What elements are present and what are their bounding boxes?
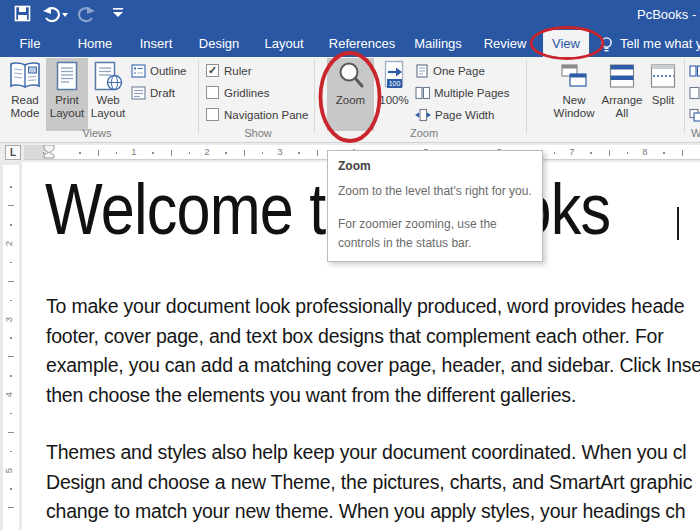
ruler-tick <box>590 152 592 154</box>
ruler-tick <box>298 152 300 154</box>
zoom-100-button[interactable]: 100 100% <box>374 58 414 131</box>
ruler-tick <box>244 150 245 156</box>
ruler-tick <box>10 224 12 226</box>
ruler-tick <box>98 150 99 156</box>
read-mode-button[interactable]: Read Mode <box>6 58 44 131</box>
ruler-tick <box>79 152 81 154</box>
reset-window-position-icon <box>689 108 700 122</box>
tab-review[interactable]: Review <box>475 30 536 57</box>
gridlines-checkbox[interactable]: Gridlines <box>206 85 269 100</box>
ruler-tick <box>682 150 683 156</box>
text-line: footer, cover page, and text box designs… <box>46 322 700 352</box>
ruler-tick <box>10 337 12 339</box>
view-side-by-side-button[interactable] <box>689 63 700 79</box>
ruler-tick <box>10 413 12 415</box>
ruler-checkbox[interactable]: ✓ Ruler <box>206 63 251 78</box>
ruler-tick <box>8 281 14 282</box>
ruler-tick <box>10 488 12 490</box>
ruler-number: 3 <box>277 146 282 157</box>
indent-markers[interactable] <box>43 145 55 160</box>
ruler-number: 7 <box>569 146 574 157</box>
draft-icon <box>131 86 146 100</box>
zoom-magnifier-icon <box>337 61 365 91</box>
web-layout-button[interactable]: Web Layout <box>88 58 128 131</box>
ruler-tick <box>554 152 556 154</box>
multiple-pages-button[interactable]: Multiple Pages <box>415 85 509 101</box>
tab-references[interactable]: References <box>320 30 404 57</box>
ruler-tick <box>609 150 610 156</box>
page-width-button[interactable]: Page Width <box>415 107 494 123</box>
checkbox-checked-icon: ✓ <box>206 64 219 77</box>
tab-design[interactable]: Design <box>190 30 248 57</box>
body-paragraph: Themes and styles also help keep your do… <box>46 438 692 527</box>
vertical-ruler[interactable]: 2345 <box>3 165 19 530</box>
multiple-pages-icon <box>415 86 430 100</box>
text-line: Themes and styles also help keep your do… <box>46 438 692 468</box>
tab-layout[interactable]: Layout <box>255 30 312 57</box>
tell-me-box[interactable]: Tell me what yo <box>620 36 700 51</box>
zoom-button[interactable]: Zoom <box>327 58 374 131</box>
window-title: PcBooks - W <box>637 7 700 22</box>
ruler-tick <box>8 432 14 433</box>
new-window-button[interactable]: New Window <box>551 58 597 131</box>
group-divider <box>198 60 199 133</box>
checkbox-unchecked-icon <box>206 86 219 99</box>
ruler-tick <box>10 186 12 188</box>
tab-file[interactable]: File <box>11 30 50 57</box>
ruler-tick <box>43 152 45 154</box>
reset-window-position-button[interactable] <box>689 107 700 123</box>
navigation-pane-checkbox[interactable]: Navigation Pane <box>206 107 308 122</box>
zoom-tooltip: Zoom Zoom to the level that's right for … <box>327 150 543 262</box>
group-divider <box>314 60 315 133</box>
title-bar: PcBooks - W <box>0 0 700 30</box>
window-group-label: W <box>691 127 700 139</box>
arrange-all-icon <box>609 63 635 89</box>
group-divider <box>526 60 527 133</box>
ruler-tick <box>10 451 12 453</box>
ruler-number: 2 <box>204 146 209 157</box>
text-cursor <box>677 207 679 240</box>
tell-me-lightbulb-icon <box>599 36 614 53</box>
view-side-by-side-icon <box>689 64 700 78</box>
one-page-button[interactable]: One Page <box>415 63 485 79</box>
read-mode-icon <box>9 61 41 91</box>
tab-insert[interactable]: Insert <box>131 30 182 57</box>
show-group-label: Show <box>244 127 272 139</box>
svg-text:100: 100 <box>389 80 401 87</box>
ruler-number: 1 <box>131 146 136 157</box>
tooltip-body-1: Zoom to the level that's right for you. <box>338 182 534 201</box>
outline-button[interactable]: Outline <box>131 63 186 79</box>
text-line: example, you can add a matching cover pa… <box>46 351 700 381</box>
ruler-tick <box>8 205 14 206</box>
undo-icon[interactable] <box>42 5 68 23</box>
text-line: To make your document look professionall… <box>46 292 700 322</box>
customize-quick-access-icon[interactable] <box>112 5 124 19</box>
group-divider <box>684 60 685 133</box>
arrange-all-button[interactable]: Arrange All <box>599 58 645 131</box>
new-window-icon <box>560 63 588 89</box>
split-button[interactable]: Split <box>646 58 680 131</box>
ruler-number: 5 <box>3 467 14 472</box>
redo-icon[interactable] <box>78 5 96 23</box>
text-line: Design and choose a new Theme, the pictu… <box>46 468 692 498</box>
tab-view[interactable]: View <box>543 30 589 57</box>
ruler-tick <box>8 356 14 357</box>
ruler-number: 2 <box>3 241 14 246</box>
tab-home[interactable]: Home <box>69 30 122 57</box>
tab-selector[interactable]: L <box>5 145 21 160</box>
ribbon-tab-row: FileHomeInsertDesignLayoutReferencesMail… <box>0 30 700 57</box>
save-icon[interactable] <box>14 5 31 22</box>
word-application-window: PcBooks - W FileHomeInsertDesignLayoutRe… <box>0 0 700 530</box>
synchronous-scrolling-button[interactable] <box>689 85 700 101</box>
ruler-tick <box>152 152 154 154</box>
print-layout-button[interactable]: Print Layout <box>46 58 88 131</box>
zoom-group-label: Zoom <box>410 127 438 139</box>
views-group-label: Views <box>82 127 111 139</box>
text-line: change to match your new theme. When you… <box>46 497 692 527</box>
checkbox-unchecked-icon <box>206 108 219 121</box>
ruler-tick <box>10 375 12 377</box>
ruler-tick <box>262 152 264 154</box>
tooltip-body-2: For zoomier zooming, use the controls in… <box>338 215 534 253</box>
draft-button[interactable]: Draft <box>131 85 175 101</box>
tab-mailings[interactable]: Mailings <box>405 30 471 57</box>
